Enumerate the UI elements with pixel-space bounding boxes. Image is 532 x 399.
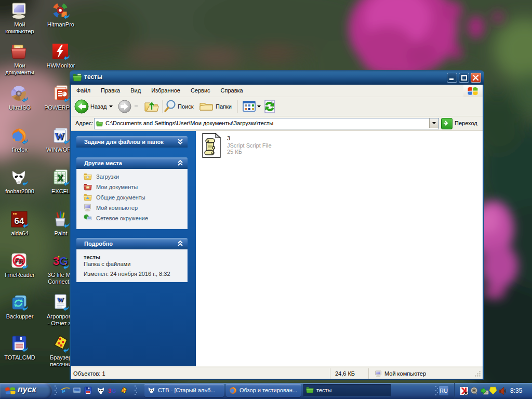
svg-text:64: 64 <box>15 216 24 226</box>
svg-text:Назад: Назад <box>90 103 107 110</box>
svg-text:Поиск: Поиск <box>178 103 194 110</box>
svg-text:R: R <box>19 258 23 265</box>
svg-text:W: W <box>55 131 65 142</box>
svg-text:G: G <box>112 388 116 394</box>
svg-text:Папки: Папки <box>216 103 232 110</box>
svg-text:X: X <box>57 173 63 183</box>
svg-text:G: G <box>59 255 68 268</box>
svg-text:W: W <box>57 296 64 303</box>
svg-text:3: 3 <box>108 388 111 394</box>
